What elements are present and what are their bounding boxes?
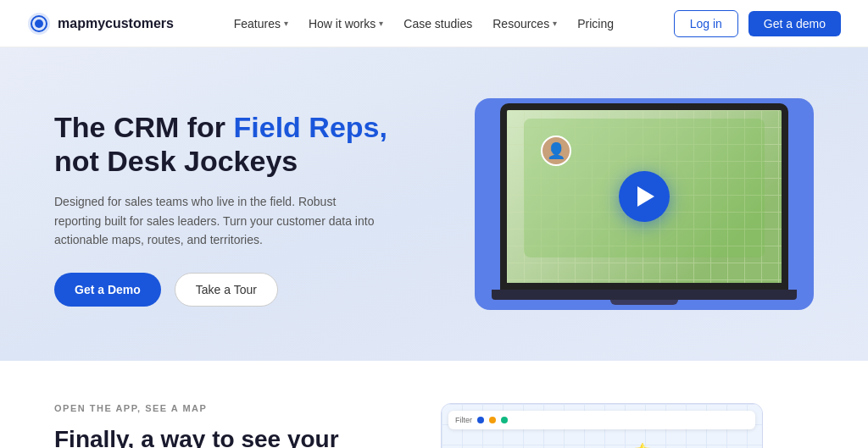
section-territory: OPEN THE APP, SEE A MAP Finally, a way t… [0, 361, 868, 448]
login-button[interactable]: Log in [674, 10, 738, 37]
nav-resources[interactable]: Resources ▾ [492, 17, 557, 30]
section2-content: OPEN THE APP, SEE A MAP Finally, a way t… [54, 403, 393, 448]
laptop-wrapper: 👤 [475, 98, 814, 310]
hero-demo-button[interactable]: Get a Demo [54, 273, 161, 307]
play-icon [637, 186, 654, 207]
svg-point-1 [35, 19, 43, 28]
hero-description: Designed for sales teams who live in the… [54, 192, 376, 249]
chevron-down-icon: ▾ [553, 19, 557, 28]
hero-visual: 👤 [475, 98, 814, 318]
laptop-screen: 👤 [507, 110, 782, 283]
section2-visual: Filter 📍 📍 ⭐ 📍 🔺 [441, 403, 814, 448]
map-pin-3: ⭐ [634, 442, 651, 448]
laptop-base [492, 290, 797, 300]
chevron-down-icon: ▾ [379, 19, 383, 28]
nav-how-it-works[interactable]: How it works ▾ [309, 17, 383, 30]
map-thumbnail: Filter 📍 📍 ⭐ 📍 🔺 [441, 403, 763, 448]
nav-pricing[interactable]: Pricing [577, 17, 614, 30]
nav-links: Features ▾ How it works ▾ Case studies R… [234, 17, 614, 30]
hero-buttons: Get a Demo Take a Tour [54, 273, 387, 307]
get-demo-button[interactable]: Get a demo [748, 11, 841, 36]
play-button[interactable] [619, 171, 670, 222]
navbar: mapmycustomers Features ▾ How it works ▾… [0, 0, 868, 47]
hero-section: The CRM for Field Reps, not Desk Jockeys… [0, 47, 868, 361]
section2-eyebrow: OPEN THE APP, SEE A MAP [54, 403, 393, 413]
hero-content: The CRM for Field Reps, not Desk Jockeys… [54, 110, 387, 307]
hero-tour-button[interactable]: Take a Tour [175, 273, 278, 307]
brand-name: mapmycustomers [58, 16, 174, 31]
hero-title: The CRM for Field Reps, not Desk Jockeys [54, 110, 387, 180]
map-inner: Filter 📍 📍 ⭐ 📍 🔺 [442, 404, 762, 448]
nav-case-studies[interactable]: Case studies [403, 17, 472, 30]
chevron-down-icon: ▾ [284, 19, 288, 28]
laptop-stand [610, 300, 678, 305]
nav-features[interactable]: Features ▾ [234, 17, 288, 30]
laptop-screen-container: 👤 [500, 103, 788, 290]
avatar: 👤 [541, 136, 571, 166]
map-filter-bar: Filter [448, 411, 755, 429]
section2-title: Finally, a way to see your territory [54, 425, 393, 448]
nav-actions: Log in Get a demo [674, 10, 841, 37]
brand-logo[interactable]: mapmycustomers [27, 12, 174, 36]
